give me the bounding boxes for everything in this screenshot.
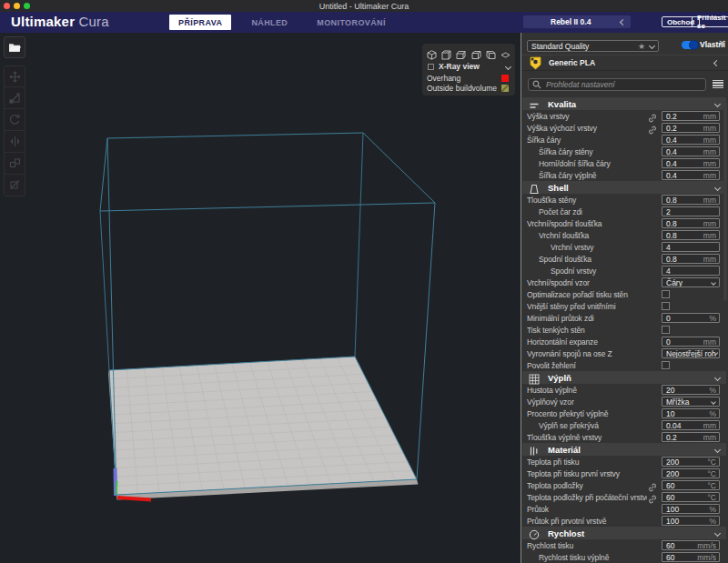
setting-label: Tloušťka stěny [521, 196, 662, 205]
setting-input[interactable]: 0mm [662, 337, 720, 347]
setting-label: Optimalizace pořadí tisku stěn [521, 290, 662, 299]
view-mode-dropdown[interactable]: X-Ray view [427, 60, 511, 73]
setting-label: Výška výchozí vrstvy [521, 124, 647, 133]
setting-input[interactable]: 0.2mm [662, 432, 720, 442]
section-header-quality[interactable]: Kvalita [522, 97, 726, 110]
setting-input[interactable]: 0.4mm [662, 146, 720, 156]
setting-row: Tloušťka stěny0.8mm [521, 194, 728, 206]
cura-window: Untitled - Ultimaker Cura Ultimaker Cura… [0, 0, 728, 563]
setting-input[interactable]: 4 [662, 242, 720, 252]
view-top-icon[interactable] [456, 47, 466, 57]
setting-checkbox[interactable] [662, 290, 670, 298]
mirror-tool-icon[interactable] [4, 131, 25, 153]
setting-input[interactable]: 0.8mm [662, 230, 720, 240]
setting-input[interactable]: 0.04mm [662, 420, 720, 430]
link-icon [647, 480, 658, 491]
view-front-icon[interactable] [441, 47, 451, 57]
custom-mode-toggle[interactable] [682, 41, 698, 49]
per-model-settings-icon[interactable] [4, 153, 25, 175]
xray-icon [428, 64, 434, 70]
setting-unit: °C [707, 481, 719, 490]
viewport-3d[interactable]: X-Ray view OverhangOutside buildvolume [0, 33, 521, 563]
setting-input[interactable]: 0.8mm [662, 218, 720, 228]
setting-checkbox[interactable] [662, 326, 670, 334]
setting-input[interactable]: 10% [662, 408, 720, 418]
setting-visibility-menu-icon[interactable] [713, 80, 723, 89]
setting-checkbox[interactable] [662, 361, 670, 369]
setting-label: Teplota podložky [521, 481, 647, 490]
rotate-tool-icon[interactable] [4, 109, 25, 131]
setting-unit: mm [703, 112, 719, 121]
chevron-down-icon [714, 374, 721, 380]
support-blocker-icon[interactable] [4, 175, 25, 196]
material-icon [529, 444, 540, 455]
setting-dropdown[interactable]: Čáry [662, 277, 720, 287]
setting-row: Šířka čáry0.4mm [521, 134, 728, 146]
material-selector[interactable]: Generic PLA [521, 55, 728, 71]
setting-label: Počet čar zdi [521, 207, 662, 216]
camera-presets [427, 46, 511, 58]
setting-row: Spodní tloušťka0.8mm [521, 253, 728, 265]
setting-row: Rychlost tisku60mm/s [521, 539, 728, 551]
profile-row: Standard Quality ★ Vlastní × [521, 33, 728, 55]
tab-priprava[interactable]: PŘÍPRAVA [169, 15, 231, 30]
setting-input[interactable]: 200°C [662, 457, 720, 467]
setting-input[interactable]: 100% [662, 516, 720, 526]
view-bottom-icon[interactable] [500, 47, 511, 57]
setting-input[interactable]: 0.2mm [662, 111, 720, 121]
setting-label: Povolit žehlení [521, 361, 662, 370]
move-tool-icon[interactable] [4, 65, 25, 87]
section-header-material[interactable]: Materiál [522, 443, 726, 456]
setting-row: Procento překrytí výplně10% [521, 407, 728, 419]
setting-input[interactable]: 60°C [662, 480, 720, 490]
setting-label: Procento překrytí výplně [521, 409, 662, 418]
setting-unit: mm/s [697, 541, 719, 550]
tab-monitorovani[interactable]: MONITOROVÁNÍ [308, 15, 395, 30]
printer-selector[interactable]: Rebel II 0.4 [523, 15, 631, 28]
section-header-speed[interactable]: Rychlost [522, 527, 726, 539]
setting-input[interactable]: 200°C [662, 468, 720, 478]
view-right-icon[interactable] [486, 47, 496, 57]
setting-input[interactable]: 0.4mm [662, 170, 720, 180]
search-input[interactable] [544, 79, 690, 90]
setting-input[interactable]: 60°C [662, 492, 720, 502]
scale-tool-icon[interactable] [4, 87, 25, 109]
setting-input[interactable]: 60mm/s [662, 540, 720, 550]
setting-input[interactable]: 4 [662, 266, 720, 276]
view-left-icon[interactable] [471, 47, 481, 57]
setting-input[interactable]: 20% [662, 385, 720, 395]
legend-label: Overhang [427, 74, 501, 83]
profile-selector[interactable]: Standard Quality ★ [527, 40, 659, 52]
setting-unit: °C [707, 469, 719, 478]
setting-label: Teplota při tisku první vrstvy [521, 469, 662, 478]
setting-input[interactable]: 0.4mm [662, 158, 720, 168]
setting-input[interactable]: 100% [662, 504, 720, 514]
setting-row: Vrchní tloušťka0.8mm [521, 229, 728, 241]
setting-label: Výplň se překrývá [521, 421, 662, 430]
setting-dropdown[interactable]: Nejostřejší roh [662, 348, 720, 358]
setting-input[interactable]: 60mm/s [662, 552, 720, 562]
setting-input[interactable]: 0.8mm [662, 195, 720, 205]
setting-input[interactable]: 0.4mm [662, 135, 720, 145]
setting-input[interactable]: 2 [662, 206, 720, 216]
setting-label: Spodní vrstvy [521, 266, 662, 276]
setting-row: Vyrovnání spojů na ose ZNejostřejší roh [521, 347, 728, 359]
setting-input[interactable]: 0.8mm [662, 254, 720, 264]
section-header-infill[interactable]: Výplň [522, 371, 726, 384]
setting-checkbox[interactable] [662, 302, 670, 310]
setting-unit: mm [703, 147, 719, 156]
tab-nahled[interactable]: NÁHLED [242, 15, 297, 30]
open-file-button[interactable] [4, 36, 25, 58]
setting-row: Vrchní vrstvy4 [521, 241, 728, 253]
setting-input[interactable]: 0% [662, 313, 720, 323]
link-icon [647, 492, 658, 503]
setting-dropdown[interactable]: Mřížka [662, 397, 720, 407]
view-3d-icon[interactable] [427, 47, 437, 57]
close-panel-icon[interactable]: × [719, 38, 724, 48]
setting-label: Hustota výplně [521, 386, 662, 395]
scrollbar-thumb[interactable] [723, 101, 727, 301]
section-header-shell[interactable]: Shell [522, 181, 726, 194]
sign-in-button[interactable]: Přihlásit se [692, 16, 728, 27]
setting-input[interactable]: 0.2mm [662, 123, 720, 133]
setting-row: Vrchní/spodní tloušťka0.8mm [521, 217, 728, 229]
